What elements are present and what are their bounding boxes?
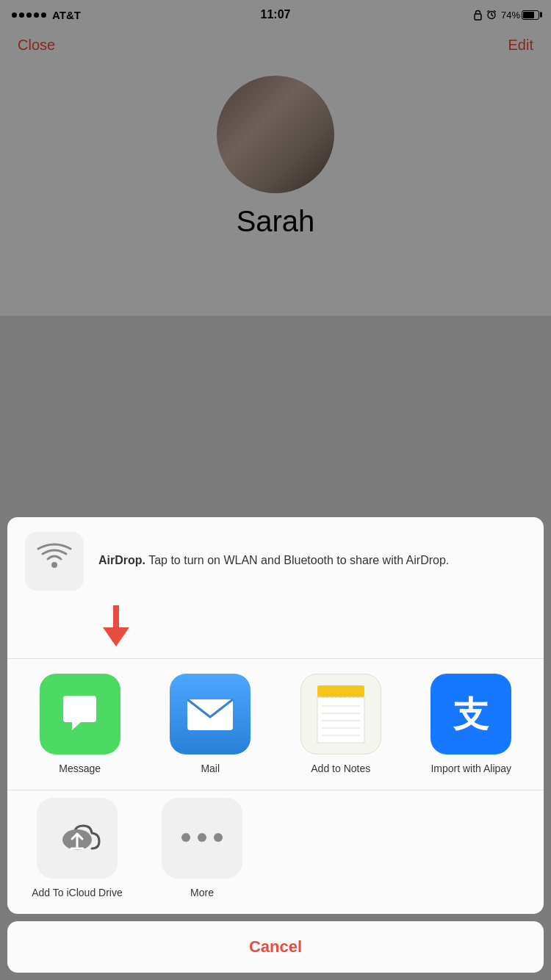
down-arrow-icon bbox=[103, 605, 129, 646]
lock-icon bbox=[473, 10, 483, 21]
app-item-notes[interactable]: Add to Notes bbox=[276, 674, 406, 775]
notes-label: Add to Notes bbox=[311, 762, 370, 775]
action-item-icloud[interactable]: Add To iCloud Drive bbox=[22, 798, 132, 899]
airdrop-description: Tap to turn on WLAN and Bluetooth to sha… bbox=[148, 554, 449, 566]
notes-app-icon bbox=[300, 674, 381, 754]
battery-icon bbox=[522, 10, 539, 20]
apps-row: Message Mail bbox=[7, 659, 544, 790]
more-icon-svg bbox=[179, 829, 226, 847]
svg-text:支: 支 bbox=[453, 695, 489, 734]
mail-label: Mail bbox=[201, 762, 220, 775]
notes-icon-svg bbox=[314, 682, 367, 745]
svg-point-16 bbox=[198, 833, 206, 842]
share-card: AirDrop. Tap to turn on WLAN and Bluetoo… bbox=[7, 517, 544, 914]
status-icons bbox=[473, 10, 497, 21]
battery-percent: 74% bbox=[501, 10, 520, 21]
app-item-message[interactable]: Message bbox=[15, 674, 145, 775]
mail-icon-svg bbox=[184, 693, 236, 734]
icloud-label: Add To iCloud Drive bbox=[32, 886, 122, 899]
message-label: Message bbox=[59, 762, 101, 775]
share-sheet: AirDrop. Tap to turn on WLAN and Bluetoo… bbox=[0, 517, 551, 980]
cancel-button[interactable]: Cancel bbox=[7, 921, 544, 973]
airdrop-title: AirDrop. bbox=[98, 554, 145, 566]
more-action-icon bbox=[162, 798, 242, 879]
alipay-label: Import with Alipay bbox=[431, 762, 511, 775]
icloud-action-icon bbox=[37, 798, 118, 879]
actions-row: Add To iCloud Drive More bbox=[7, 790, 544, 914]
app-item-mail[interactable]: Mail bbox=[145, 674, 276, 775]
svg-point-17 bbox=[214, 833, 223, 842]
action-item-more[interactable]: More bbox=[147, 798, 257, 899]
message-icon-svg bbox=[56, 690, 104, 738]
carrier-label: AT&T bbox=[52, 9, 81, 21]
cancel-card: Cancel bbox=[7, 921, 544, 973]
svg-point-15 bbox=[181, 833, 190, 842]
more-label: More bbox=[190, 886, 214, 899]
svg-rect-4 bbox=[317, 685, 364, 697]
status-left: AT&T bbox=[12, 9, 81, 21]
airdrop-text: AirDrop. Tap to turn on WLAN and Bluetoo… bbox=[98, 552, 449, 569]
status-right: 74% bbox=[473, 10, 539, 21]
alipay-app-icon: 支 bbox=[431, 674, 511, 754]
message-app-icon bbox=[40, 674, 120, 754]
time-label: 11:07 bbox=[261, 8, 291, 21]
alarm-icon bbox=[486, 10, 497, 20]
airdrop-section[interactable]: AirDrop. Tap to turn on WLAN and Bluetoo… bbox=[7, 517, 544, 605]
status-bar: AT&T 11:07 74% bbox=[0, 0, 551, 29]
airdrop-icon bbox=[36, 543, 73, 580]
airdrop-icon-wrap bbox=[25, 532, 84, 591]
svg-rect-5 bbox=[317, 697, 364, 743]
alipay-icon-svg: 支 bbox=[445, 688, 497, 740]
app-item-alipay[interactable]: 支 Import with Alipay bbox=[406, 674, 537, 775]
mail-app-icon bbox=[170, 674, 251, 754]
icloud-icon-svg bbox=[54, 818, 101, 858]
arrow-indicator bbox=[7, 605, 544, 658]
signal-dots bbox=[12, 12, 46, 18]
svg-point-2 bbox=[51, 562, 57, 568]
battery-indicator: 74% bbox=[501, 10, 539, 21]
svg-rect-0 bbox=[475, 14, 481, 20]
